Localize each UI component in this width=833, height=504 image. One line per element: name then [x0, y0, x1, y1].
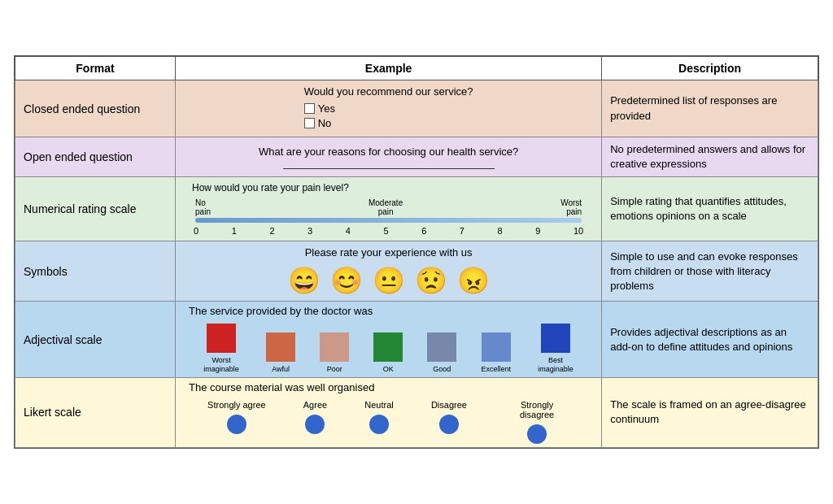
- example-closed: Would you recommend our service? Yes No: [176, 80, 602, 137]
- closed-question-container: Would you recommend our service? Yes No: [304, 85, 473, 132]
- emoji-5[interactable]: 😠: [457, 265, 490, 296]
- adj-square-best[interactable]: [541, 324, 570, 353]
- adj-item-awful: Awful: [266, 332, 295, 374]
- likert-label-strongly-disagree: Strongly disagree: [504, 400, 569, 419]
- example-likert: The course material was well organised S…: [176, 377, 602, 447]
- desc-adjectival: Provides adjectival descriptions as an a…: [602, 302, 818, 378]
- comparison-table: Format Example Description Closed ended …: [15, 56, 818, 448]
- open-question-container: What are your reasons for choosing our h…: [184, 146, 593, 169]
- checkbox-no[interactable]: [304, 118, 315, 128]
- format-label-likert: Likert scale: [15, 377, 176, 447]
- option-yes-row: Yes: [304, 102, 473, 115]
- open-answer-line: [283, 161, 495, 169]
- emoji-4[interactable]: 😟: [415, 265, 447, 296]
- option-no-label: No: [318, 117, 332, 129]
- num-4: 4: [346, 226, 351, 236]
- example-numerical: How would you rate your pain level? Nopa…: [176, 177, 602, 241]
- adj-item-ok: OK: [373, 332, 403, 374]
- adj-square-ok[interactable]: [373, 332, 403, 362]
- emoji-2[interactable]: 😊: [330, 265, 363, 296]
- likert-circle-agree[interactable]: [305, 415, 325, 434]
- adj-item-excellent: Excellent: [481, 332, 511, 374]
- desc-closed: Predetermined list of responses are prov…: [602, 80, 818, 137]
- likert-item-neutral: Neutral: [364, 400, 393, 434]
- num-9: 9: [535, 226, 540, 236]
- format-label-open: Open ended question: [15, 137, 176, 177]
- symbols-question-text: Please rate your experience with us: [184, 246, 593, 259]
- likert-question-text: The course material was well organised: [189, 381, 588, 393]
- num-2: 2: [269, 226, 274, 236]
- open-question-text: What are your reasons for choosing our h…: [184, 146, 593, 158]
- num-8: 8: [498, 226, 503, 236]
- num-3: 3: [307, 226, 312, 236]
- num-track: [195, 218, 582, 223]
- likert-circle-strongly-disagree[interactable]: [527, 424, 547, 444]
- likert-item-strongly-agree: Strongly agree: [207, 400, 266, 434]
- adj-squares-row: Worst imaginable Awful Poor OK: [189, 324, 588, 374]
- adj-label-worst: Worst imaginable: [201, 356, 242, 374]
- header-description: Description: [602, 57, 818, 80]
- desc-numerical: Simple rating that quantifies attitudes,…: [602, 177, 818, 241]
- num-10: 10: [574, 226, 583, 236]
- table-row: Closed ended question Would you recommen…: [15, 80, 818, 137]
- likert-circle-disagree[interactable]: [439, 415, 459, 434]
- num-top-labels: Nopain Moderatepain Worstpain: [192, 198, 585, 216]
- adj-item-good: Good: [427, 332, 456, 374]
- likert-label-neutral: Neutral: [364, 400, 393, 410]
- num-0: 0: [194, 226, 198, 236]
- likert-circle-neutral[interactable]: [369, 415, 389, 434]
- adj-square-good[interactable]: [427, 332, 456, 362]
- num-7: 7: [460, 226, 464, 236]
- closed-question-text: Would you recommend our service?: [304, 85, 473, 98]
- table-row: Symbols Please rate your experience with…: [15, 241, 818, 302]
- likert-label-disagree: Disagree: [431, 400, 467, 410]
- adj-label-poor: Poor: [327, 365, 342, 374]
- table-row: Likert scale The course material was wel…: [15, 377, 818, 447]
- example-symbols: Please rate your experience with us 😄 😊 …: [176, 241, 602, 302]
- format-label-symbols: Symbols: [15, 241, 176, 302]
- likert-label-agree: Agree: [303, 400, 327, 410]
- adj-item-best: Best imaginable: [535, 324, 576, 374]
- likert-item-agree: Agree: [303, 400, 327, 434]
- adj-square-excellent[interactable]: [482, 332, 511, 362]
- header-example: Example: [176, 57, 602, 80]
- num-6: 6: [421, 226, 426, 236]
- adj-square-poor[interactable]: [320, 332, 349, 362]
- checkbox-yes[interactable]: [304, 103, 315, 114]
- emoji-1[interactable]: 😄: [288, 265, 321, 296]
- symbols-container: Please rate your experience with us 😄 😊 …: [184, 246, 593, 296]
- adj-label-awful: Awful: [272, 365, 290, 374]
- table-row: Open ended question What are your reason…: [15, 137, 818, 177]
- likert-item-strongly-disagree: Strongly disagree: [504, 400, 569, 444]
- format-label-adjectival: Adjectival scale: [15, 302, 176, 378]
- num-numbers-row: 0 1 2 3 4 5 6 7 8 9 10: [192, 226, 585, 236]
- likert-label-strongly-agree: Strongly agree: [207, 400, 266, 410]
- desc-symbols: Simple to use and can evoke responses fr…: [602, 241, 818, 302]
- format-label-closed: Closed ended question: [15, 80, 176, 137]
- desc-likert: The scale is framed on an agree-disagree…: [602, 377, 818, 447]
- emoji-3[interactable]: 😐: [373, 265, 405, 296]
- header-row: Format Example Description: [15, 57, 818, 80]
- adj-label-ok: OK: [383, 365, 394, 374]
- numerical-scale: Nopain Moderatepain Worstpain 0 1 2 3 4 …: [192, 198, 585, 236]
- num-5: 5: [383, 226, 388, 236]
- adj-square-awful[interactable]: [266, 332, 295, 362]
- main-table-wrapper: Format Example Description Closed ended …: [14, 55, 819, 449]
- option-yes-label: Yes: [318, 102, 335, 115]
- desc-open: No predetermined answers and allows for …: [602, 137, 818, 177]
- likert-circle-strongly-agree[interactable]: [227, 415, 246, 434]
- likert-item-disagree: Disagree: [431, 400, 467, 434]
- label-worst-pain: Worstpain: [560, 198, 582, 216]
- num-1: 1: [232, 226, 237, 236]
- adj-square-worst[interactable]: [207, 324, 236, 353]
- label-moderate-pain: Moderatepain: [369, 198, 403, 216]
- example-open: What are your reasons for choosing our h…: [176, 137, 602, 177]
- example-adjectival: The service provided by the doctor was W…: [176, 302, 602, 378]
- adj-item-poor: Poor: [320, 332, 349, 374]
- adj-item-worst: Worst imaginable: [201, 324, 242, 374]
- likert-options-row: Strongly agree Agree Neutral Disagr: [189, 400, 588, 444]
- adj-label-good: Good: [433, 365, 451, 374]
- option-no-row: No: [304, 117, 473, 129]
- adjectival-question-text: The service provided by the doctor was: [189, 305, 588, 317]
- adj-label-best: Best imaginable: [535, 356, 576, 374]
